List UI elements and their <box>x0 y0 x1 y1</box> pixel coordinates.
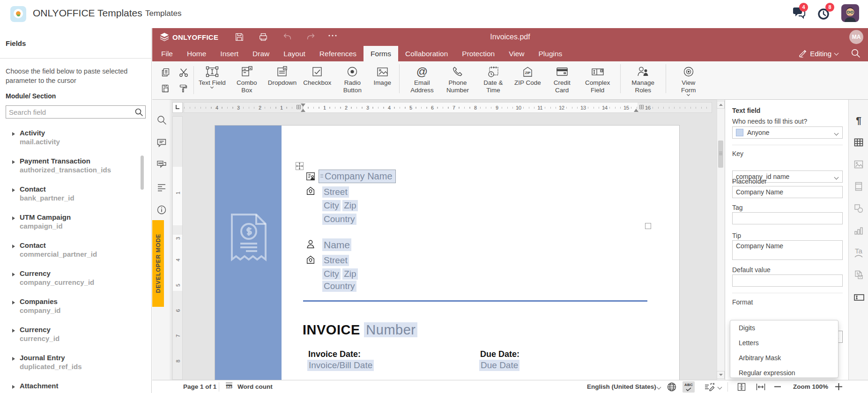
module-list-item[interactable]: Activity mail.activity <box>0 125 139 153</box>
word-count-label[interactable]: Word count <box>237 383 273 390</box>
horizontal-ruler[interactable]: 4321 12345678910111213141516 <box>184 102 712 113</box>
copy-icon[interactable] <box>161 67 171 78</box>
textart-settings-icon[interactable]: Ta <box>853 247 864 258</box>
expand-arrow-icon[interactable] <box>12 245 15 248</box>
search-icon[interactable] <box>134 108 143 117</box>
chart-settings-icon[interactable] <box>853 225 864 236</box>
module-list-item[interactable]: Contact commercial_partner_id <box>0 237 139 265</box>
scroll-up-icon[interactable] <box>717 101 725 109</box>
format-option[interactable]: Regular expression <box>730 365 838 378</box>
expand-arrow-icon[interactable] <box>12 301 15 304</box>
expand-arrow-icon[interactable] <box>12 357 15 361</box>
combo-box-button[interactable]: Combo Box <box>229 63 265 95</box>
paste-icon[interactable] <box>161 83 171 94</box>
due-date-field[interactable]: Due Date <box>479 360 519 371</box>
tag-input[interactable] <box>732 212 843 224</box>
zoom-in-button[interactable] <box>835 383 842 390</box>
vertical-ruler[interactable]: 1345678 <box>172 116 183 380</box>
editor-search-icon[interactable] <box>851 48 861 58</box>
print-icon[interactable] <box>258 32 268 42</box>
view-form-button[interactable]: View Form <box>671 63 706 96</box>
country-field[interactable]: Country <box>322 281 356 292</box>
zip-code-button[interactable]: ZIP ZIP Code <box>511 63 544 88</box>
tab-layout[interactable]: Layout <box>276 46 312 61</box>
expand-arrow-icon[interactable] <box>12 160 15 164</box>
image-settings-icon[interactable] <box>853 159 864 170</box>
street-field[interactable]: Street <box>322 186 349 198</box>
dropdown-button[interactable]: Dropdown <box>265 63 300 88</box>
tip-input[interactable]: Company Name <box>732 240 843 260</box>
save-icon[interactable] <box>234 32 245 42</box>
module-list-item[interactable]: Payment Transaction authorized_transacti… <box>0 153 139 181</box>
table-settings-icon[interactable] <box>853 137 864 148</box>
street-field[interactable]: Street <box>322 255 349 266</box>
expand-arrow-icon[interactable] <box>12 216 15 220</box>
city-zip-fields[interactable]: City Zip <box>322 200 358 211</box>
field-drag-grip[interactable] <box>320 174 323 175</box>
image-button[interactable]: Image <box>370 63 394 88</box>
set-language-icon[interactable] <box>667 382 677 392</box>
expand-arrow-icon[interactable] <box>12 329 15 333</box>
zoom-level-label[interactable]: Zoom 100% <box>793 383 828 390</box>
complex-field-button[interactable]: Complex Field <box>580 63 616 95</box>
radio-button-button[interactable]: Radio Button <box>334 63 370 95</box>
search-input[interactable] <box>9 106 133 118</box>
block-move-handle[interactable] <box>296 162 304 170</box>
module-list-item[interactable]: UTM Campaign campaign_id <box>0 209 139 237</box>
comments-icon[interactable] <box>156 137 167 148</box>
editing-mode-selector[interactable]: Editing <box>799 46 838 61</box>
sidebar-scrollbar[interactable] <box>141 156 144 190</box>
find-icon[interactable] <box>156 115 167 125</box>
scroll-down-icon[interactable] <box>717 371 725 379</box>
fit-width-icon[interactable] <box>756 382 766 392</box>
page-indicator[interactable]: Page 1 of 1 <box>183 383 216 390</box>
format-option[interactable]: Arbitrary Mask <box>730 350 838 365</box>
user-avatar[interactable] <box>841 4 859 22</box>
tab-draw[interactable]: Draw <box>245 46 276 61</box>
collaborator-avatar[interactable]: MA <box>849 30 863 44</box>
table-column-marker-icon[interactable] <box>297 105 301 109</box>
tab-view[interactable]: View <box>502 46 531 61</box>
credit-card-button[interactable]: Credit Card <box>544 63 580 95</box>
city-zip-fields[interactable]: City Zip <box>322 268 358 280</box>
table-column-marker-icon[interactable] <box>639 105 644 109</box>
shape-settings-icon[interactable] <box>853 203 864 214</box>
module-list-item[interactable]: Companies company_id <box>0 293 139 321</box>
redo-icon[interactable] <box>306 32 316 42</box>
country-field[interactable]: Country <box>322 214 356 225</box>
tab-insert[interactable]: Insert <box>213 46 245 61</box>
tab-plugins[interactable]: Plugins <box>531 46 569 61</box>
expand-arrow-icon[interactable] <box>12 385 15 389</box>
language-selector[interactable]: English (United States) <box>587 383 656 390</box>
phone-number-button[interactable]: Phone Number <box>440 63 475 95</box>
checkbox-button[interactable]: Checkbox <box>300 63 334 88</box>
date-time-button[interactable]: Date & Time <box>475 63 511 95</box>
form-settings-icon[interactable] <box>853 293 864 303</box>
mail-merge-settings-icon[interactable] <box>853 270 864 280</box>
navigation-icon[interactable] <box>156 182 167 193</box>
invoice-number-field[interactable]: Number <box>364 322 417 337</box>
expand-arrow-icon[interactable] <box>12 273 15 276</box>
text-field-button[interactable]: Text Field <box>195 63 229 89</box>
tab-file[interactable]: File <box>154 46 180 61</box>
manage-roles-button[interactable]: Manage Roles <box>625 63 661 95</box>
tab-references[interactable]: References <box>312 46 364 61</box>
role-dropdown[interactable]: Anyone <box>732 126 843 139</box>
format-option[interactable]: Letters <box>730 335 838 350</box>
module-list-item[interactable]: Journal Entry duplicated_ref_ids <box>0 349 139 378</box>
first-line-indent-marker[interactable] <box>301 104 305 107</box>
company-name-field[interactable]: Company Name <box>319 170 396 183</box>
format-option[interactable]: Digits <box>730 320 838 335</box>
module-list-item[interactable]: Attachment <box>0 378 139 393</box>
tab-home[interactable]: Home <box>180 46 213 61</box>
placeholder-input[interactable] <box>732 186 843 198</box>
field-anchor-marker[interactable] <box>645 223 651 229</box>
email-address-button[interactable]: @ Email Address <box>404 63 440 95</box>
default-value-input[interactable] <box>732 274 843 287</box>
format-painter-icon[interactable] <box>178 83 189 94</box>
module-list-item[interactable]: Contact bank_partner_id <box>0 181 139 209</box>
tab-forms[interactable]: Forms <box>364 46 398 61</box>
zoom-out-button[interactable] <box>774 386 781 387</box>
right-indent-marker[interactable] <box>634 109 638 112</box>
about-icon[interactable] <box>156 205 167 215</box>
